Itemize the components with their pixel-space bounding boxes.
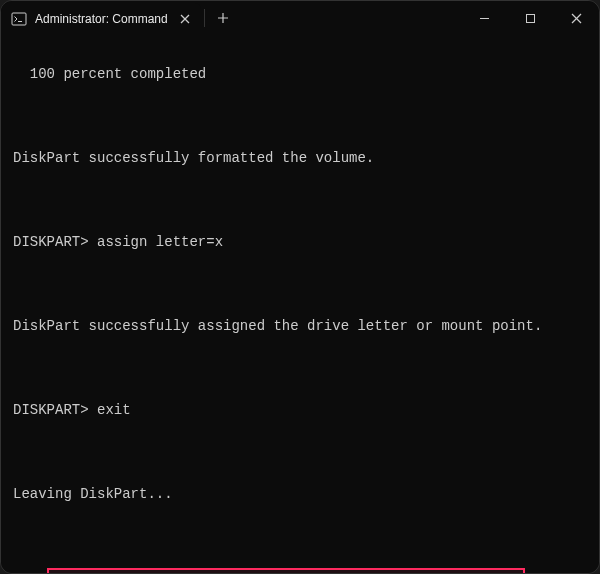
svg-rect-7 — [526, 14, 534, 22]
highlighted-command: PowerShell Mount-DiskImage -ImagePath "Y… — [47, 568, 525, 574]
terminal-output[interactable]: 100 percent completed DiskPart successfu… — [1, 35, 599, 574]
blank-line — [13, 526, 587, 547]
output-line: DISKPART> assign letter=x — [13, 232, 587, 253]
maximize-button[interactable] — [507, 1, 553, 35]
blank-line — [13, 274, 587, 295]
close-window-button[interactable] — [553, 1, 599, 35]
new-tab-button[interactable] — [208, 1, 238, 35]
svg-rect-0 — [12, 13, 26, 25]
cmd-icon — [11, 11, 27, 27]
output-line: Leaving DiskPart... — [13, 484, 587, 505]
tab-separator — [204, 9, 205, 27]
tab-title: Administrator: Command Promp — [35, 12, 169, 26]
output-line: 100 percent completed — [13, 64, 587, 85]
titlebar: Administrator: Command Promp — [1, 1, 599, 35]
tab-close-button[interactable] — [177, 11, 193, 27]
titlebar-drag-region[interactable] — [238, 1, 461, 35]
output-line: DiskPart successfully assigned the drive… — [13, 316, 587, 337]
blank-line — [13, 106, 587, 127]
prompt: DISKPART> — [13, 234, 97, 250]
blank-line — [13, 190, 587, 211]
command-text: assign letter=x — [97, 234, 223, 250]
blank-line — [13, 358, 587, 379]
minimize-button[interactable] — [461, 1, 507, 35]
command-text: exit — [97, 402, 131, 418]
blank-line — [13, 442, 587, 463]
tab-command-prompt[interactable]: Administrator: Command Promp — [1, 3, 201, 35]
output-line: DiskPart successfully formatted the volu… — [13, 148, 587, 169]
output-line: DISKPART> exit — [13, 400, 587, 421]
prompt: DISKPART> — [13, 402, 97, 418]
output-line: C:\>PowerShell Mount-DiskImage -ImagePat… — [13, 568, 587, 574]
